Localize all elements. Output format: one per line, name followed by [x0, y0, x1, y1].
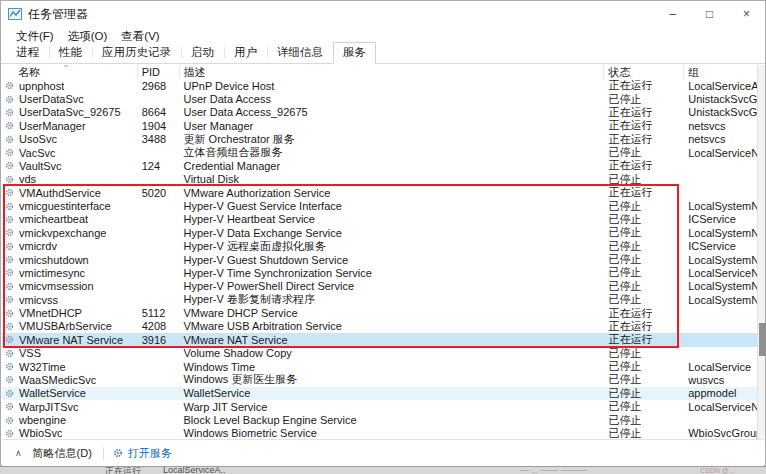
service-row[interactable]: UserManager 1904 User Manager 正在运行 netsv…	[2, 119, 757, 132]
scrollbar-thumb[interactable]	[759, 323, 766, 356]
service-name: VSS	[19, 347, 41, 359]
service-row[interactable]: vmickvpexchange Hyper-V Data Exchange Se…	[2, 226, 757, 239]
background-text-fragment: CSDN @...	[700, 467, 735, 474]
service-description: Windows Biometric Service	[180, 427, 605, 439]
service-status: 已停止	[604, 426, 684, 439]
title-bar[interactable]: 任务管理器 – □ ×	[1, 1, 765, 27]
window-controls: – □ ×	[654, 1, 765, 27]
service-group: netsvcs	[684, 133, 757, 145]
service-row[interactable]: VSS Volume Shadow Copy 已停止	[2, 347, 757, 360]
service-row[interactable]: UserDataSvc_92675 8664 User Data Access_…	[2, 106, 757, 119]
service-row[interactable]: VMAuthdService 5020 VMware Authorization…	[2, 186, 757, 199]
maximize-button[interactable]: □	[691, 1, 728, 27]
service-row[interactable]: vmicvmsession Hyper-V PowerShell Direct …	[2, 280, 757, 293]
service-group: WbioSvcGroup	[684, 427, 757, 439]
service-description: UPnP Device Host	[180, 80, 605, 92]
service-row[interactable]: vmicvss Hyper-V 卷影复制请求程序 已停止 LocalSystem…	[2, 293, 757, 306]
service-row[interactable]: UsoSvc 3488 更新 Orchestrator 服务 正在运行 nets…	[2, 133, 757, 146]
service-description: VMware DHCP Service	[180, 307, 605, 319]
service-description: Hyper-V 远程桌面虚拟化服务	[180, 239, 605, 254]
tab[interactable]: 性能	[49, 42, 92, 64]
service-gear-icon	[5, 215, 16, 224]
tab-bar: 进程性能应用历史记录启动用户详细信息服务	[1, 45, 765, 64]
service-pid: 2968	[138, 80, 180, 92]
service-name: vmicshutdown	[19, 254, 89, 266]
service-description: User Manager	[180, 120, 605, 132]
service-description: 立体音频组合器服务	[180, 145, 605, 160]
service-group: UnistackSvcGr...	[684, 106, 757, 118]
column-header-pid[interactable]: PID	[138, 65, 180, 79]
service-description: Block Level Backup Engine Service	[180, 414, 605, 426]
service-row[interactable]: WarpJITSvc Warp JIT Service 已停止 LocalSer…	[2, 400, 757, 413]
tab[interactable]: 进程	[6, 42, 49, 64]
close-button[interactable]: ×	[728, 1, 765, 27]
tab[interactable]: 用户	[224, 42, 267, 64]
service-gear-icon	[5, 416, 16, 425]
column-header-status[interactable]: 状态	[604, 65, 684, 79]
service-row[interactable]: vmictimesync Hyper-V Time Synchronizatio…	[2, 266, 757, 279]
service-name: vmicguestinterface	[19, 200, 111, 212]
service-row[interactable]: VMUSBArbService 4208 VMware USB Arbitrat…	[2, 320, 757, 333]
service-row[interactable]: vmicheartbeat Hyper-V Heartbeat Service …	[2, 213, 757, 226]
service-row[interactable]: upnphost 2968 UPnP Device Host 正在运行 Loca…	[2, 79, 757, 92]
service-gear-icon	[5, 148, 16, 157]
service-gear-icon	[5, 375, 16, 384]
service-row[interactable]: vmicshutdown Hyper-V Guest Shutdown Serv…	[2, 253, 757, 266]
service-row[interactable]: VaultSvc 124 Credential Manager 正在运行	[2, 159, 757, 172]
service-row[interactable]: vds Virtual Disk 已停止	[2, 173, 757, 186]
service-row[interactable]: WalletService WalletService 已停止 appmodel	[2, 387, 757, 400]
column-header-description[interactable]: 描述	[180, 65, 605, 79]
tab[interactable]: 服务	[333, 42, 376, 64]
open-services-link[interactable]: 打开服务	[113, 446, 172, 461]
service-row[interactable]: VMware NAT Service 3916 VMware NAT Servi…	[2, 333, 757, 346]
service-group: LocalService	[684, 361, 757, 373]
service-gear-icon	[5, 108, 16, 117]
service-gear-icon	[5, 242, 16, 251]
task-manager-app-icon[interactable]	[8, 7, 22, 21]
service-group: UnistackSvcGr...	[684, 93, 757, 105]
service-row[interactable]: UserDataSvc User Data Access 已停止 Unistac…	[2, 92, 757, 105]
service-gear-icon	[5, 389, 16, 398]
tab[interactable]: 详细信息	[267, 42, 333, 64]
tab[interactable]: 启动	[181, 42, 224, 64]
column-header-name[interactable]: ^ 名称	[2, 65, 138, 79]
fewer-details-toggle[interactable]: 简略信息(D)	[33, 446, 92, 461]
service-gear-icon	[5, 295, 16, 304]
service-name: UserDataSvc	[19, 93, 84, 105]
service-gear-icon	[5, 81, 16, 90]
service-group: LocalSystemN...	[684, 294, 757, 306]
service-row[interactable]: WbioSvc Windows Biometric Service 已停止 Wb…	[2, 427, 757, 439]
service-row[interactable]: vmicrdv Hyper-V 远程桌面虚拟化服务 已停止 ICService	[2, 240, 757, 253]
service-row[interactable]: vmicguestinterface Hyper-V Guest Service…	[2, 199, 757, 212]
service-description: Hyper-V Data Exchange Service	[180, 227, 605, 239]
service-group: LocalServiceN...	[684, 401, 757, 413]
service-pid: 124	[138, 160, 180, 172]
service-row[interactable]: VMnetDHCP 5112 VMware DHCP Service 正在运行	[2, 306, 757, 319]
service-name: VaultSvc	[19, 160, 62, 172]
service-description: Volume Shadow Copy	[180, 347, 605, 359]
service-description: Hyper-V Time Synchronization Service	[180, 267, 605, 279]
service-name: VacSvc	[19, 147, 55, 159]
service-pid: 3916	[138, 334, 180, 346]
service-row[interactable]: W32Time Windows Time 已停止 LocalService	[2, 360, 757, 373]
service-gear-icon	[5, 202, 16, 211]
service-group: appmodel	[684, 387, 757, 399]
minimize-button[interactable]: –	[654, 1, 691, 27]
service-gear-icon	[5, 282, 16, 291]
service-row[interactable]: VacSvc 立体音频组合器服务 已停止 LocalServiceN...	[2, 146, 757, 159]
tab[interactable]: 应用历史记录	[92, 42, 181, 64]
service-row[interactable]: WaaSMedicSvc Windows 更新医生服务 已停止 wusvcs	[2, 373, 757, 386]
service-group: ICService	[684, 240, 757, 252]
sort-ascending-icon: ^	[64, 65, 68, 71]
service-gear-icon	[5, 121, 16, 130]
column-header-group[interactable]: 组	[684, 65, 757, 79]
service-row[interactable]: wbengine Block Level Backup Engine Servi…	[2, 413, 757, 426]
service-name: vds	[19, 173, 36, 185]
service-description: Hyper-V PowerShell Direct Service	[180, 280, 605, 292]
service-gear-icon	[5, 175, 16, 184]
background-window-strip: 正在运行LocalServiceA..— ‥ —— ———CSDN @...	[0, 466, 766, 474]
vertical-scrollbar[interactable]	[757, 65, 765, 439]
service-description: VMware NAT Service	[180, 334, 605, 346]
service-table-body: upnphost 2968 UPnP Device Host 正在运行 Loca…	[2, 79, 757, 439]
service-name: WalletService	[19, 387, 86, 399]
